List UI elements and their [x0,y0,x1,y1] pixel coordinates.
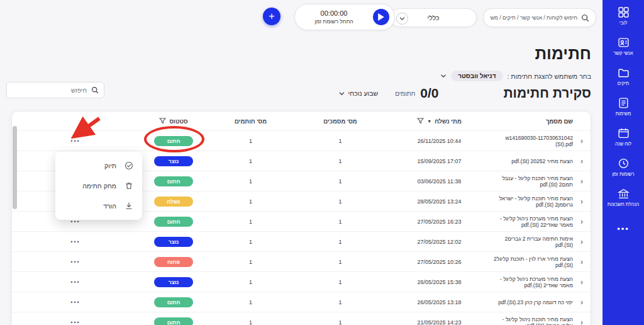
clock-icon [618,157,630,169]
sent-date: 15:38 26/05/2025 [387,279,491,285]
row-expand-chevron[interactable]: ‹ [573,218,591,225]
signers-count: 1 [208,299,293,305]
header-document-name: שם מסמך [491,118,573,125]
chevron-down-icon [339,91,345,96]
docs-count: 1 [293,219,387,225]
table-row: ‹ אימות חתימה עברית 2 גברים2 (St).pdf 12… [12,231,591,251]
row-expand-chevron[interactable]: ‹ [573,258,591,266]
sidebar-item-cases[interactable]: תיקים [618,67,630,86]
docs-count: 1 [293,279,387,285]
filter-icon[interactable] [417,118,424,124]
page-title: חתימות [535,44,591,64]
header-sent-label: מתי נשלח [435,118,462,125]
signers-count: 1 [208,178,293,185]
docs-count: 1 [293,239,387,245]
trash-icon [125,181,133,190]
sent-date: 16:23 27/05/2025 [387,219,491,225]
row-expand-chevron[interactable]: ‹ [573,157,591,165]
filter-icon[interactable] [159,118,166,124]
overview-count-label: חתומים [395,90,415,97]
period-dropdown[interactable]: שבוע נוכחי [339,89,379,97]
bank-icon [618,188,630,200]
document-name: אימות חתימה עברית 2 גברים2 (St).pdf [491,236,573,248]
document-name: הצעת מחיר תוכנת קליגל - ישראל גרוסמן2 (S… [491,195,573,208]
menu-item-label: הורד [103,202,116,210]
sidebar-item-lobby[interactable]: לובי [618,6,630,26]
sent-date: 13:24 28/05/2025 [387,198,491,205]
table-search[interactable] [6,82,104,98]
check-circle-icon [125,161,133,170]
document-name: הצעת מחיר תוכנת ניהול קליגל - אלירן ברוח… [491,316,573,325]
status-badge: פתוח [154,257,193,267]
sent-date: 12:02 27/05/2025 [387,239,491,245]
menu-item-file[interactable]: תיוק [55,156,142,176]
row-expand-chevron[interactable]: ‹ [573,299,591,306]
docs-count: 1 [293,198,387,205]
docs-count: 1 [293,178,387,185]
sidebar-item-time-records[interactable]: רשומות זמן [612,157,634,177]
search-icon [91,86,99,94]
status-badge: נוצר [154,237,193,247]
chevron-down-icon[interactable] [440,74,447,78]
menu-item-download[interactable]: הורד [55,196,142,216]
sidebar-more-button[interactable]: ••• [617,224,630,234]
user-select-label: בחר משתמש להצגת חתימות : [508,72,592,80]
sidebar-item-label: רשומות זמן [612,171,634,177]
row-actions-button[interactable]: ••• [12,299,139,305]
row-expand-chevron[interactable]: ‹ [573,238,591,246]
timer-widget: 00:00:00 התחל רשומת זמן [294,4,395,30]
sidebar-item-calendar[interactable]: לוח שנה [615,127,631,147]
table-row: ‹ יפוי כח דוגמה קרן כהן 23.(St).pdf 13:1… [12,292,591,312]
sidebar-item-label: משימות [616,111,631,117]
menu-item-delete-signature[interactable]: מחק חתימה [55,176,142,196]
row-expand-chevron[interactable]: ‹ [573,178,591,185]
status-badge: חתום [154,317,193,325]
menu-item-label: תיוק [104,162,116,169]
sidebar-item-accounting[interactable]: הנהלת חשבונות [608,188,639,207]
status-badge: חתום [154,297,193,307]
global-search[interactable]: חיפוש לקוחות / אנשי קשר / תיקים / משימות [483,8,596,27]
timer-texts: 00:00:00 התחל רשומת זמן [300,9,368,25]
sidebar-item-label: הנהלת חשבונות [608,202,639,207]
sidebar-item-tasks[interactable]: משימות [616,97,631,117]
table-scrollbar[interactable] [13,126,17,209]
row-actions-button[interactable]: ••• [12,319,139,325]
annotation-ellipse [144,126,204,152]
timer-label: התחל רשומת זמן [314,18,353,25]
document-name: יפוי כח דוגמה קרן כהן 23.(St).pdf [491,299,573,305]
start-timer-button[interactable] [373,9,389,25]
contact-card-icon [618,37,630,48]
row-actions-button[interactable]: ••• [12,259,139,265]
document-name: הצעת מחיר מערכת ניהול קליגל - מאמר שאדי2… [491,276,573,288]
header-signers-count: מס' חותמים [208,118,293,125]
sort-desc-icon[interactable]: ▼ [427,119,431,123]
sidebar-item-contacts[interactable]: אנשי קשר [614,37,633,56]
chevron-down-icon[interactable] [396,13,408,25]
sidebar-item-label: לוח שנה [615,141,631,147]
signers-count: 1 [208,219,293,225]
document-name: הצעת מחיר 20252 (St).pdf [491,158,573,164]
row-actions-button[interactable]: ••• [12,239,139,245]
table-search-input[interactable] [12,86,88,94]
header-docs-count: מס' מסמכים [293,118,387,125]
table-row: ‹ הצעת מחיר ארז לוין - תוכנת קליגל2 (St)… [12,251,591,271]
document-name: הצעת מחיר ארז לוין - תוכנת קליגל2 (St).p… [491,256,573,268]
signers-count: 1 [208,279,293,285]
row-expand-chevron[interactable]: ‹ [573,198,591,205]
user-select-row: בחר משתמש להצגת חתימות : דניאל וובסטר [440,71,591,81]
row-expand-chevron[interactable]: ‹ [573,319,591,325]
user-select-chip[interactable]: דניאל וובסטר [451,71,502,81]
row-actions-button[interactable]: ••• [12,279,139,285]
sent-date: 10:44 26/11/2025 [387,138,491,144]
signers-count: 1 [208,239,293,245]
timer-time: 00:00:00 [321,9,348,18]
header-status-label: סטטוס [169,118,187,125]
search-category-dropdown[interactable]: כללי [390,8,477,27]
row-expand-chevron[interactable]: ‹ [573,137,591,145]
menu-item-label: מחק חתימה [82,182,116,190]
docs-count: 1 [293,299,387,305]
sent-date: 11:38 03/06/2025 [387,178,491,185]
document-name: הצעת מחיר מערכת ניהול קליגל - מאמר שאדי2… [491,215,573,228]
row-expand-chevron[interactable]: ‹ [573,278,591,286]
add-button[interactable]: + [263,8,280,25]
